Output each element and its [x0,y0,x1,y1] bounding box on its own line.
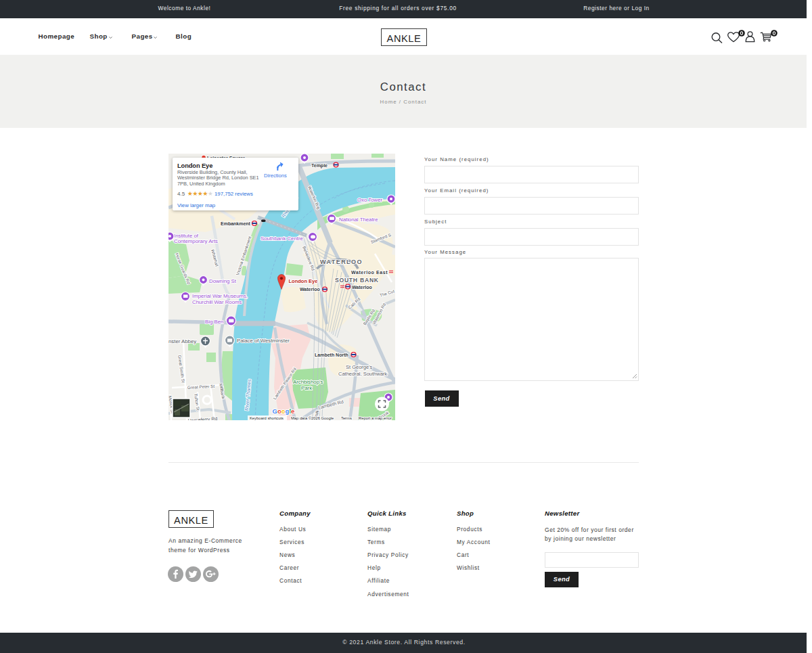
svg-text:Report a map error: Report a map error [359,416,392,420]
svg-text:Churchill War Rooms: Churchill War Rooms [192,299,242,305]
svg-text:Imperial War Museums,: Imperial War Museums, [192,293,248,299]
svg-text:Cathedral, Southwark: Cathedral, Southwark [338,371,387,377]
svg-text:Terms: Terms [341,416,352,420]
svg-text:Park: Park [301,385,312,391]
svg-text:Downing St: Downing St [209,278,237,284]
svg-text:Keyboard shortcuts: Keyboard shortcuts [250,416,284,420]
svg-text:London Eye: London Eye [289,278,318,284]
svg-text:Waterloo: Waterloo [300,287,320,292]
svg-text:Contemporary Arts: Contemporary Arts [174,238,218,244]
svg-text:National Theatre: National Theatre [339,217,378,223]
svg-text:St George's: St George's [346,364,373,370]
svg-text:Waterloo: Waterloo [352,285,372,290]
svg-text:Temple: Temple [311,163,328,168]
svg-text:WATERLOO: WATERLOO [320,258,363,265]
svg-text:Waterloo East: Waterloo East [351,270,388,275]
svg-text:Oxo Tower: Oxo Tower [357,197,383,203]
svg-text:Google: Google [273,407,295,415]
svg-text:SOUTH BANK: SOUTH BANK [335,277,379,284]
svg-text:nster Abbey: nster Abbey [168,338,196,344]
svg-text:Archbishop's: Archbishop's [293,379,323,385]
svg-text:Embankment: Embankment [221,221,251,226]
svg-text:Southbank Centre: Southbank Centre [261,235,303,242]
svg-text:Lambeth North: Lambeth North [315,353,348,357]
svg-text:Big Ben: Big Ben [205,319,223,325]
svg-text:Palace of Westminster: Palace of Westminster [237,338,290,344]
svg-text:Map data ©2026 Google: Map data ©2026 Google [291,416,334,420]
